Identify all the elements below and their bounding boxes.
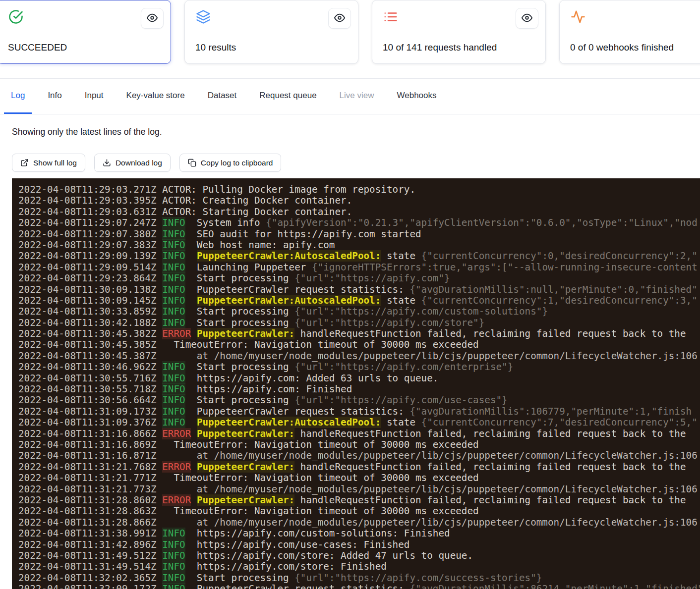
log-line: 2022-04-08T11:30:45.387Z at /home/myuser…	[18, 351, 700, 362]
tab-dataset[interactable]: Dataset	[201, 79, 244, 114]
copy-log-to-clipboard-button[interactable]: Copy log to clipboard	[179, 154, 282, 172]
log-line: 2022-04-08T11:31:21.773Z at /home/myuser…	[18, 484, 700, 495]
log-line: 2022-04-08T11:29:07.383Z INFO Web host n…	[18, 240, 700, 251]
external-link-icon	[20, 159, 29, 167]
log-line: 2022-04-08T11:30:56.664Z INFO Start proc…	[18, 395, 700, 406]
log-actions: Show full logDownload logCopy log to cli…	[12, 154, 281, 172]
log-line: 2022-04-08T11:31:16.866Z ERROR Puppeteer…	[18, 428, 700, 439]
log-line: 2022-04-08T11:31:38.991Z INFO https://ap…	[18, 528, 700, 539]
eye-icon	[147, 12, 158, 25]
tab-request-queue[interactable]: Request queue	[252, 79, 323, 114]
log-line: 2022-04-08T11:32:02.365Z INFO Start proc…	[18, 573, 700, 584]
tab-key-value-store[interactable]: Key-value store	[119, 79, 192, 114]
log-line: 2022-04-08T11:30:46.962Z INFO Start proc…	[18, 362, 700, 373]
log-line: 2022-04-08T11:31:28.866Z at /home/myuser…	[18, 517, 700, 528]
tab-input[interactable]: Input	[78, 79, 111, 114]
log-line: 2022-04-08T11:29:07.247Z INFO System inf…	[18, 217, 700, 228]
log-line: 2022-04-08T11:30:42.188Z INFO Start proc…	[18, 318, 700, 328]
log-line: 2022-04-08T11:29:23.864Z INFO Start proc…	[18, 273, 700, 284]
tab-log[interactable]: Log	[4, 79, 32, 114]
button-label: Download log	[116, 159, 162, 167]
log-line: 2022-04-08T11:29:03.271Z ACTOR: Pulling …	[18, 184, 700, 195]
activity-icon	[570, 8, 586, 25]
check-circle-icon	[7, 8, 24, 25]
layers-icon	[195, 8, 212, 25]
download-log-button[interactable]: Download log	[94, 154, 171, 172]
eye-icon	[334, 12, 345, 25]
log-line: 2022-04-08T11:32:09.172Z INFO PuppeteerC…	[18, 584, 700, 589]
log-line: 2022-04-08T11:31:28.860Z ERROR Puppeteer…	[18, 495, 700, 506]
show-full-log-button[interactable]: Show full log	[12, 154, 85, 172]
status-cards-row: SUCCEEDED10 results10 of 141 requests ha…	[0, 0, 700, 64]
list-icon	[382, 8, 399, 25]
log-line: 2022-04-08T11:29:09.514Z INFO Launching …	[18, 262, 700, 273]
view-details-button-succeeded[interactable]	[141, 8, 164, 29]
tab-live-view: Live view	[333, 79, 381, 114]
log-notice: Showing only the latest lines of the log…	[12, 127, 162, 137]
log-line: 2022-04-08T11:31:49.514Z INFO https://ap…	[18, 561, 700, 572]
status-card-webhooks: 0 of 0 webhooks finished	[559, 0, 700, 64]
log-line: 2022-04-08T11:31:42.896Z INFO https://ap…	[18, 539, 700, 550]
log-line: 2022-04-08T11:31:49.512Z INFO https://ap…	[18, 550, 700, 561]
log-line: 2022-04-08T11:31:21.771Z TimeoutError: N…	[18, 473, 700, 483]
status-card-label: SUCCEEDED	[8, 42, 67, 53]
log-line: 2022-04-08T11:30:33.859Z INFO Start proc…	[18, 306, 700, 317]
view-details-button-results[interactable]	[328, 8, 351, 29]
log-line: 2022-04-08T11:31:09.173Z INFO PuppeteerC…	[18, 406, 700, 417]
status-card-label: 10 of 141 requests handled	[383, 42, 497, 53]
button-label: Show full log	[33, 159, 77, 167]
log-line: 2022-04-08T11:30:09.145Z INFO PuppeteerC…	[18, 295, 700, 306]
status-card-succeeded: SUCCEEDED	[0, 0, 171, 64]
view-details-button-requests[interactable]	[516, 8, 538, 29]
log-line: 2022-04-08T11:29:07.380Z INFO SEO audit …	[18, 229, 700, 240]
log-console[interactable]: 2022-04-08T11:29:03.271Z ACTOR: Pulling …	[12, 178, 700, 589]
log-line: 2022-04-08T11:31:16.871Z at /home/myuser…	[18, 450, 700, 461]
log-line: 2022-04-08T11:30:45.385Z TimeoutError: N…	[18, 339, 700, 350]
tab-info[interactable]: Info	[41, 79, 68, 114]
log-line: 2022-04-08T11:30:55.718Z INFO https://ap…	[18, 384, 700, 395]
log-line: 2022-04-08T11:31:21.768Z ERROR Puppeteer…	[18, 462, 700, 473]
log-line: 2022-04-08T11:31:16.869Z TimeoutError: N…	[18, 439, 700, 450]
status-card-label: 0 of 0 webhooks finished	[570, 42, 674, 53]
copy-icon	[188, 159, 196, 167]
log-line: 2022-04-08T11:30:45.382Z ERROR Puppeteer…	[18, 328, 700, 339]
button-label: Copy log to clipboard	[201, 159, 273, 167]
status-card-results: 10 results	[184, 0, 358, 64]
log-line: 2022-04-08T11:31:28.863Z TimeoutError: N…	[18, 506, 700, 517]
tab-bar: LogInfoInputKey-value storeDatasetReques…	[0, 78, 700, 114]
status-card-label: 10 results	[195, 42, 236, 53]
log-line: 2022-04-08T11:29:03.395Z ACTOR: Creating…	[18, 195, 700, 206]
log-line: 2022-04-08T11:29:03.631Z ACTOR: Starting…	[18, 207, 700, 217]
tab-webhooks[interactable]: Webhooks	[390, 79, 444, 114]
log-line: 2022-04-08T11:29:09.139Z INFO PuppeteerC…	[18, 251, 700, 262]
download-icon	[103, 159, 111, 167]
log-line: 2022-04-08T11:31:09.376Z INFO PuppeteerC…	[18, 417, 700, 428]
eye-icon	[522, 12, 532, 25]
log-line: 2022-04-08T11:30:09.138Z INFO PuppeteerC…	[18, 284, 700, 295]
status-card-requests: 10 of 141 requests handled	[372, 0, 546, 64]
log-line: 2022-04-08T11:30:55.716Z INFO https://ap…	[18, 373, 700, 384]
